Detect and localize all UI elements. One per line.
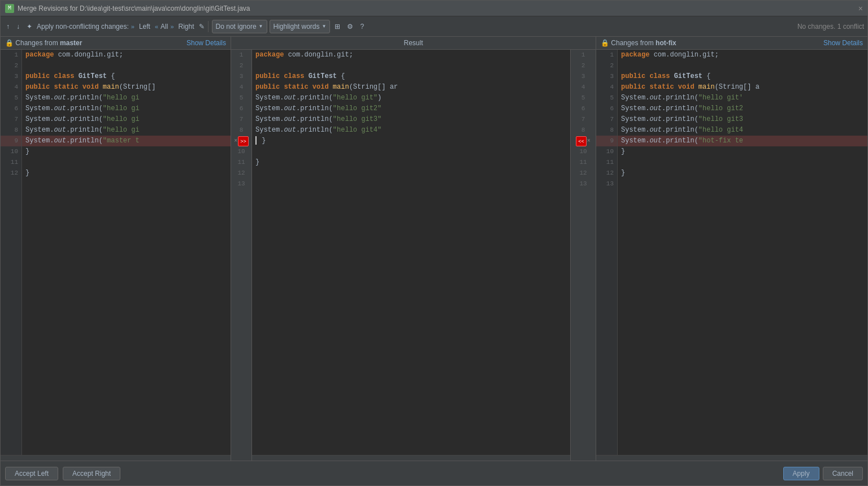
left-scrollbar[interactable] [1, 455, 231, 461]
wand-icon: ✦ [27, 23, 32, 31]
help-button[interactable]: ? [358, 21, 366, 32]
left-code-area: package com.donglin.git; public class Gi… [22, 50, 231, 455]
left-show-details[interactable]: Show Details [186, 39, 226, 47]
accept-right-arrow-button[interactable]: << [576, 136, 587, 146]
close-button[interactable]: × [858, 4, 863, 13]
apply-right-button[interactable]: Right [176, 21, 197, 32]
left-editor-scroll[interactable]: 1 2 3 4 5 6 7 8 9 10 11 12 [1, 50, 231, 455]
ignore-dropdown[interactable]: Do not ignore ▼ [212, 20, 267, 33]
center-scrollbar[interactable] [252, 455, 570, 461]
separator-1 [208, 21, 209, 32]
toolbar: ↑ ↓ ✦ Apply non-conflicting changes: » L… [1, 16, 867, 37]
nav-down-button[interactable]: ↓ [14, 21, 22, 32]
chevron-down-icon: ▼ [259, 24, 263, 29]
columns-icon: ⊞ [335, 23, 340, 31]
help-icon: ? [360, 23, 364, 31]
left-pane-header: 🔒 Changes from master Show Details [1, 37, 231, 49]
apply-label: Apply non-conflicting changes: [37, 23, 129, 31]
nav-arrows-3: » [170, 23, 173, 30]
center-code-area: package com.donglin.git; public class Gi… [252, 50, 570, 455]
lock-icon: 🔒 [601, 39, 611, 47]
left-line-numbers: 1 2 3 4 5 6 7 8 9 10 11 12 [1, 50, 22, 455]
accept-right-button[interactable]: Accept Right [63, 467, 120, 480]
nav-arrows-2: « [155, 23, 158, 30]
app-icon: M [5, 4, 14, 13]
center-editor-scroll[interactable]: package com.donglin.git; public class Gi… [252, 50, 570, 455]
cancel-button[interactable]: Cancel [823, 467, 863, 480]
right-line-numbers: 1 2 3 4 5 6 7 8 9 10 11 12 13 [596, 50, 618, 455]
highlight-dropdown[interactable]: Highlight words ▼ [270, 20, 331, 33]
gutter-right-nums: 1 2 3 4 5 6 7 8 << × 10 11 [571, 50, 596, 461]
center-editor-pane: package com.donglin.git; public class Gi… [252, 50, 571, 461]
left-header-label: 🔒 Changes from master [5, 39, 82, 47]
right-editor-scroll[interactable]: 1 2 3 4 5 6 7 8 9 10 11 12 13 [596, 50, 867, 455]
accept-left-button[interactable]: Accept Left [5, 467, 58, 480]
magic-wand-button[interactable]: ✦ [24, 21, 34, 32]
dot-icon: 🔒 [5, 39, 15, 47]
right-show-details[interactable]: Show Details [823, 39, 863, 47]
result-label: Result [403, 39, 423, 47]
right-dismiss-icon[interactable]: × [587, 136, 591, 146]
center-pane-header: Result [231, 37, 596, 49]
left-dismiss-icon[interactable]: × [234, 136, 237, 146]
all-label: All [160, 23, 168, 31]
apply-left-button[interactable]: Left [137, 21, 153, 32]
right-pane-header: 🔒 Changes from hot-fix Show Details [596, 37, 867, 49]
main-window: M Merge Revisions for D:\idea\git-test\s… [0, 0, 868, 486]
settings-button[interactable]: ⚙ [345, 21, 355, 32]
bottom-bar: Accept Left Accept Right Apply Cancel [1, 461, 867, 485]
window-title: Merge Revisions for D:\idea\git-test\src… [18, 5, 855, 12]
right-gutter: 1 2 3 4 5 6 7 8 << × 10 11 [571, 50, 596, 461]
gear-icon: ⚙ [347, 23, 353, 31]
bottom-right-buttons: Apply Cancel [783, 467, 863, 480]
right-header-label: 🔒 Changes from hot-fix [601, 39, 676, 47]
nav-arrows: » [131, 23, 134, 30]
nav-up-button[interactable]: ↑ [4, 21, 12, 32]
right-editor-pane: 1 2 3 4 5 6 7 8 9 10 11 12 13 [596, 50, 867, 461]
right-scrollbar[interactable] [596, 455, 867, 461]
down-arrow-icon: ↓ [16, 23, 20, 31]
right-code-area: package com.donglin.git; public class Gi… [618, 50, 867, 455]
accept-left-arrow-button[interactable]: >> [238, 136, 249, 146]
columns-button[interactable]: ⊞ [332, 21, 342, 32]
center-gutter: 1 2 3 4 5 6 7 8 × >> 10 11 [231, 50, 252, 461]
pencil-icon: ✎ [199, 23, 205, 31]
status-text: No changes. 1 conflict [797, 23, 864, 31]
title-bar: M Merge Revisions for D:\idea\git-test\s… [1, 1, 867, 16]
gutter-left-nums: 1 2 3 4 5 6 7 8 × >> 10 11 [231, 50, 251, 461]
apply-button[interactable]: Apply [783, 467, 819, 480]
chevron-down-icon-2: ▼ [322, 24, 327, 29]
up-arrow-icon: ↑ [6, 23, 10, 31]
left-editor-pane: 1 2 3 4 5 6 7 8 9 10 11 12 [1, 50, 231, 461]
